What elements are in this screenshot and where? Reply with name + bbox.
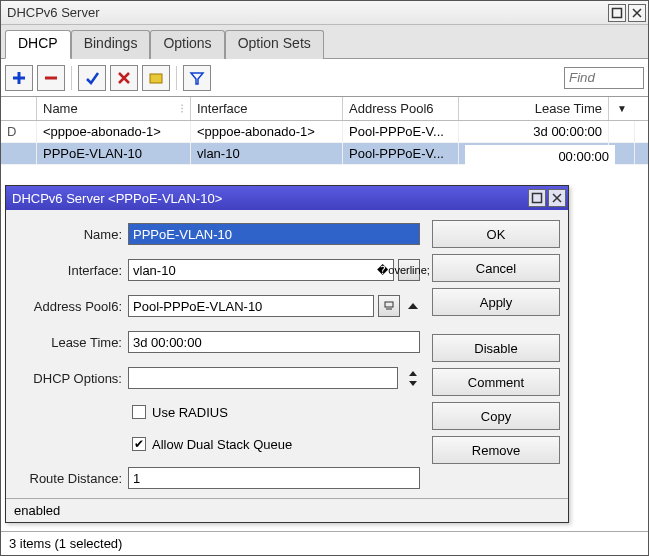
options-input[interactable] [128, 367, 398, 389]
button-label: Apply [480, 295, 513, 310]
statusbar: 3 items (1 selected) [1, 531, 648, 555]
row-lease: Lease Time: [14, 328, 420, 356]
triangle-up-icon [408, 303, 418, 309]
x-icon [116, 70, 132, 86]
column-label: Lease Time [535, 101, 602, 116]
row-route-distance: Route Distance: [14, 464, 420, 492]
tab-label: Options [163, 35, 211, 51]
check-icon [84, 70, 100, 86]
triangle-up-icon [409, 371, 417, 376]
column-label: Interface [197, 101, 248, 116]
label-use-radius: Use RADIUS [152, 405, 228, 420]
restore-button[interactable] [608, 4, 626, 22]
filter-button[interactable] [183, 65, 211, 91]
cell-name: <pppoe-abonado-1> [37, 121, 191, 142]
tab-options[interactable]: Options [150, 30, 224, 59]
comment-button[interactable] [142, 65, 170, 91]
tab-label: DHCP [18, 35, 58, 51]
label-interface: Interface: [14, 263, 128, 278]
remove-button[interactable] [37, 65, 65, 91]
row-name: Name: [14, 220, 420, 248]
minus-icon [43, 70, 59, 86]
table-row[interactable]: D <pppoe-abonado-1> <pppoe-abonado-1> Po… [1, 121, 648, 143]
dialog-status-text: enabled [14, 503, 60, 518]
dialog-body: Name: Interface: �overline;▼ Address Poo… [6, 210, 568, 498]
pool-collapse[interactable] [406, 299, 420, 313]
enable-button[interactable] [78, 65, 106, 91]
plus-icon [11, 70, 27, 86]
cell-flag: D [1, 121, 37, 142]
tab-dhcp[interactable]: DHCP [5, 30, 71, 59]
window-title: DHCPv6 Server [7, 5, 99, 20]
svg-rect-4 [385, 302, 393, 307]
cancel-button[interactable]: Cancel [432, 254, 560, 282]
table-header: Name⁝ Interface Address Pool6 Lease Time… [1, 97, 648, 121]
options-expand[interactable] [406, 369, 420, 377]
svg-rect-0 [613, 8, 622, 17]
copy-button[interactable]: Copy [432, 402, 560, 430]
form: Name: Interface: �overline;▼ Address Poo… [14, 220, 420, 492]
cell-pool: Pool-PPPoE-V... [343, 143, 459, 164]
column-label: Name [43, 101, 78, 116]
separator [71, 66, 72, 90]
cell-lease-partial: 00:00:00 [465, 145, 615, 167]
cell-interface: <pppoe-abonado-1> [191, 121, 343, 142]
svg-rect-2 [533, 194, 542, 203]
interface-input[interactable] [128, 259, 394, 281]
column-menu[interactable]: ▼ [609, 97, 635, 120]
label-lease: Lease Time: [14, 335, 128, 350]
separator [176, 66, 177, 90]
cell-name: PPPoE-VLAN-10 [37, 143, 191, 164]
close-icon [631, 7, 643, 19]
disable-button[interactable] [110, 65, 138, 91]
column-flag[interactable] [1, 97, 37, 120]
restore-icon [531, 192, 543, 204]
add-button[interactable] [5, 65, 33, 91]
tab-option-sets[interactable]: Option Sets [225, 30, 324, 59]
ok-button[interactable]: OK [432, 220, 560, 248]
properties-dialog: DHCPv6 Server <PPPoE-VLAN-10> Name: Inte… [5, 185, 569, 523]
toolbar [1, 59, 648, 97]
button-label: Disable [474, 341, 517, 356]
apply-button[interactable]: Apply [432, 288, 560, 316]
allow-dsq-checkbox[interactable]: ✔ [132, 437, 146, 451]
label-options: DHCP Options: [14, 371, 128, 386]
triangle-down-icon [409, 381, 417, 386]
label-allow-dsq: Allow Dual Stack Queue [152, 437, 292, 452]
close-icon [551, 192, 563, 204]
dialog-restore-button[interactable] [528, 189, 546, 207]
close-button[interactable] [628, 4, 646, 22]
disable-button[interactable]: Disable [432, 334, 560, 362]
label-route-distance: Route Distance: [14, 471, 128, 486]
button-label: Cancel [476, 261, 516, 276]
main-window: DHCPv6 Server DHCP Bindings Options Opti… [0, 0, 649, 556]
cell-flag [1, 143, 37, 164]
name-input[interactable] [128, 223, 420, 245]
interface-dropdown[interactable]: �overline;▼ [398, 259, 420, 281]
route-distance-input[interactable] [128, 467, 420, 489]
cell-pool: Pool-PPPoE-V... [343, 121, 459, 142]
remove-button[interactable]: Remove [432, 436, 560, 464]
options-collapse[interactable] [406, 379, 420, 387]
pool-dropdown[interactable] [378, 295, 400, 317]
row-interface: Interface: �overline;▼ [14, 256, 420, 284]
dialog-close-button[interactable] [548, 189, 566, 207]
dialog-buttons: OK Cancel Apply Disable Comment Copy Rem… [432, 220, 560, 492]
titlebar: DHCPv6 Server [1, 1, 648, 25]
column-interface[interactable]: Interface [191, 97, 343, 120]
pool-input[interactable] [128, 295, 374, 317]
column-pool[interactable]: Address Pool6 [343, 97, 459, 120]
use-radius-checkbox[interactable] [132, 405, 146, 419]
dialog-title: DHCPv6 Server <PPPoE-VLAN-10> [12, 191, 222, 206]
svg-rect-1 [150, 74, 162, 83]
find-input[interactable] [564, 67, 644, 89]
label-name: Name: [14, 227, 128, 242]
tab-bindings[interactable]: Bindings [71, 30, 151, 59]
column-lease[interactable]: Lease Time [459, 97, 609, 120]
column-label: Address Pool6 [349, 101, 434, 116]
dialog-titlebar[interactable]: DHCPv6 Server <PPPoE-VLAN-10> [6, 186, 568, 210]
column-name[interactable]: Name⁝ [37, 97, 191, 120]
lease-input[interactable] [128, 331, 420, 353]
dialog-statusbar: enabled [6, 498, 568, 522]
comment-button[interactable]: Comment [432, 368, 560, 396]
